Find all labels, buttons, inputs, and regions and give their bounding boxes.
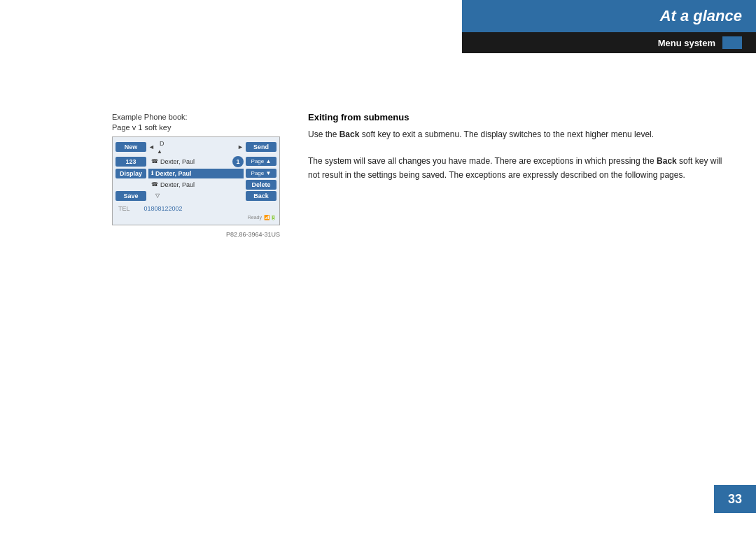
- page-down-button[interactable]: Page ▼: [246, 169, 276, 178]
- entry-dexter-selected: ℹ Dexter, Paul: [148, 169, 244, 178]
- entry-dexter-3: ☎ Dexter, Paul: [148, 181, 244, 189]
- mid-col-1: D ▲: [157, 140, 235, 155]
- phone-row-3: Display ℹ Dexter, Paul Page ▼: [115, 169, 276, 178]
- phone-screen: New ◄ D ▲ ► Send 123 ☎ Dexter, Paul: [112, 136, 280, 225]
- header-banner: At a glance Menu system: [462, 0, 756, 53]
- delete-button[interactable]: Delete: [246, 180, 276, 190]
- page-number-box: 33: [714, 485, 756, 513]
- phone-row-5: Save ▽ Back: [115, 191, 276, 201]
- small-icons: 📶🔋: [264, 215, 276, 220]
- tel-label: TEL: [118, 205, 130, 212]
- paragraph-2: The system will save all changes you hav…: [308, 155, 728, 181]
- menu-system-label: Menu system: [658, 38, 715, 48]
- arrow-up-icon: ▲: [157, 148, 235, 155]
- example-label: Example Phone book: Page v 1 soft key: [112, 112, 280, 134]
- save-button[interactable]: Save: [115, 191, 146, 201]
- phone-row-2: 123 ☎ Dexter, Paul 1 Page ▲: [115, 156, 276, 167]
- arrow-left-icon: ◄: [148, 143, 155, 150]
- phone-row-1: New ◄ D ▲ ► Send: [115, 140, 276, 155]
- small-icons-row: Ready 📶🔋: [115, 215, 276, 220]
- letter-d: D: [157, 140, 235, 147]
- display-button[interactable]: Display: [115, 169, 146, 178]
- phone-row-4: ☎ Dexter, Paul Delete: [115, 180, 276, 190]
- content-area: Example Phone book: Page v 1 soft key Ne…: [112, 112, 728, 238]
- tel-number: 01808122002: [144, 205, 183, 212]
- circle-num: 1: [232, 156, 244, 167]
- menu-system-bar: Menu system: [462, 32, 756, 53]
- entry-dexter-1: ☎ Dexter, Paul: [148, 157, 230, 166]
- menu-system-square: [722, 36, 742, 49]
- part-number: P82.86-3964-31US: [112, 231, 280, 238]
- section-body: Use the Back soft key to exit a submenu.…: [308, 128, 728, 182]
- mid-col-2: ☎ Dexter, Paul: [148, 157, 230, 166]
- num-button[interactable]: 123: [115, 157, 146, 167]
- phone-icon-selected: ℹ: [151, 170, 153, 176]
- page-up-button[interactable]: Page ▲: [246, 157, 276, 166]
- small-icon-text: Ready: [248, 215, 262, 220]
- text-content: Exiting from submenus Use the Back soft …: [308, 112, 728, 238]
- mid-col-4: ☎ Dexter, Paul: [148, 181, 244, 189]
- mid-col-3: ℹ Dexter, Paul: [148, 169, 244, 178]
- phone-icon-3: ☎: [151, 181, 158, 188]
- back-button[interactable]: Back: [246, 191, 276, 201]
- send-button[interactable]: Send: [246, 142, 276, 152]
- arrow-down-icon: ▽: [148, 192, 244, 199]
- phone-mock-area: Example Phone book: Page v 1 soft key Ne…: [112, 112, 280, 238]
- arrow-right-icon: ►: [237, 143, 244, 150]
- at-a-glance-bar: At a glance: [462, 0, 756, 32]
- section-title: Exiting from submenus: [308, 112, 728, 122]
- paragraph-1: Use the Back soft key to exit a submenu.…: [308, 128, 728, 141]
- tel-row: TEL 01808122002: [115, 204, 276, 213]
- new-button[interactable]: New: [115, 142, 146, 152]
- phone-icon-1: ☎: [151, 158, 158, 164]
- mid-col-5: ▽: [148, 192, 244, 199]
